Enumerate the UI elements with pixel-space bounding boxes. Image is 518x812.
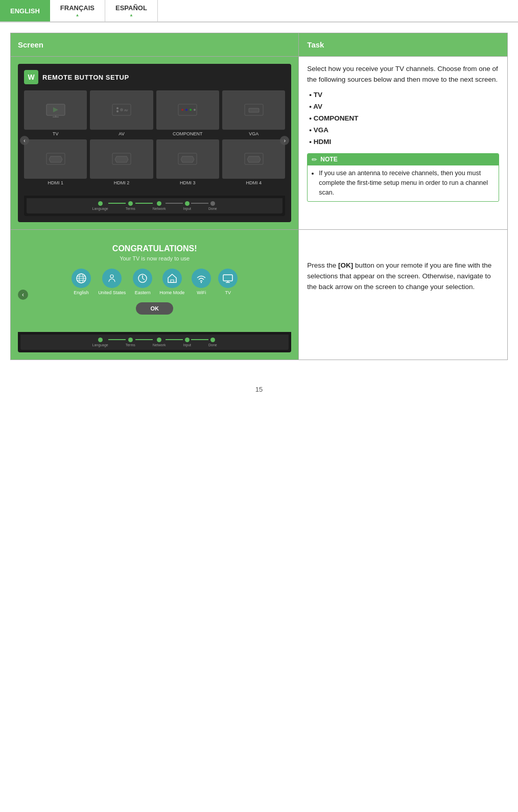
channel-hdmi1-label: HDMI 1 xyxy=(48,180,63,185)
united-states-icon xyxy=(102,269,122,288)
svg-marker-23 xyxy=(247,156,261,162)
congrats-eastern: Eastern xyxy=(133,269,152,295)
channel-hdmi4-label: HDMI 4 xyxy=(246,180,262,185)
channel-hdmi1-thumb xyxy=(24,139,87,179)
step-input-1: Input xyxy=(183,201,191,210)
congrats-home: Home Mode xyxy=(159,269,184,295)
channel-hdmi1: HDMI 1 xyxy=(24,139,87,185)
task-item-tv: TV xyxy=(309,89,499,101)
home-label: Home Mode xyxy=(159,290,184,295)
task-text-2: Press the [OK] button on your remote if … xyxy=(307,260,499,293)
task-intro-1: Select how you receive your TV channels.… xyxy=(307,64,499,85)
ok-button-container: OK xyxy=(25,302,284,320)
channel-av-thumb: AV xyxy=(90,90,153,130)
tv-screen-1: W REMOTE BUTTON SETUP ‹ xyxy=(18,64,291,222)
step-language-2: Language xyxy=(92,338,108,347)
congrats-screen: CONGRATULATIONS! Your TV is now ready to… xyxy=(18,237,291,332)
channel-component-thumb xyxy=(156,90,219,130)
step-dot-input xyxy=(185,201,190,206)
step2-connector-3 xyxy=(166,339,183,340)
channel-hdmi2-label: HDMI 2 xyxy=(114,180,130,185)
congrats-english: English xyxy=(72,269,91,295)
svg-point-12 xyxy=(194,109,196,111)
step2-dot-input xyxy=(185,338,190,342)
home-icon xyxy=(162,269,182,288)
tv-logo-icon: W xyxy=(24,70,38,84)
task-cell-1: Select how you receive your TV channels.… xyxy=(299,57,508,230)
svg-point-9 xyxy=(181,109,183,111)
note-text: If you use an antenna to receive channel… xyxy=(319,169,493,198)
congrats-subtitle: Your TV is now ready to use xyxy=(25,255,284,261)
congrats-screen-container: ‹ CONGRATULATIONS! Your TV is now ready … xyxy=(18,237,291,352)
left-arrow-icon[interactable]: ‹ xyxy=(20,136,29,145)
step2-label-terms: Terms xyxy=(126,343,135,347)
task-item-av: AV xyxy=(309,101,499,113)
channel-vga-label: VGA xyxy=(249,131,258,136)
tab-english-label: ENGLISH xyxy=(10,7,40,15)
english-label: English xyxy=(74,290,89,295)
tab-francais[interactable]: FRANÇAIS ▲ xyxy=(50,0,105,21)
task-item-component: COMPONENT xyxy=(309,113,499,125)
step-label-input: Input xyxy=(183,207,191,210)
step2-label-language: Language xyxy=(92,343,108,347)
step2-dot-terms xyxy=(128,338,133,342)
tab-espanol[interactable]: ESPAÑOL ▲ xyxy=(105,0,158,21)
table-row-1: W REMOTE BUTTON SETUP ‹ xyxy=(11,57,508,230)
eastern-label: Eastern xyxy=(135,290,151,295)
step-dot-language xyxy=(98,201,103,206)
channel-hdmi2: HDMI 2 xyxy=(90,139,153,185)
channel-hdmi4: HDMI 4 xyxy=(222,139,285,185)
step-label-done: Done xyxy=(208,207,217,210)
channel-hdmi3: HDMI 3 xyxy=(156,139,219,185)
svg-marker-21 xyxy=(181,156,194,162)
channel-tv: TV xyxy=(24,90,87,136)
tv-icon xyxy=(218,269,238,288)
congrats-wrapper: ‹ CONGRATULATIONS! Your TV is now ready … xyxy=(11,230,298,360)
steps-container-1: Language Terms xyxy=(27,198,282,213)
step-dot-terms xyxy=(128,201,133,206)
step-label-terms: Terms xyxy=(126,207,135,210)
note-label: NOTE xyxy=(320,156,337,163)
ok-bold-text: [OK] xyxy=(338,261,353,269)
tab-english[interactable]: ENGLISH xyxy=(0,0,50,21)
channel-component: COMPONENT xyxy=(156,90,219,136)
channel-hdmi2-thumb xyxy=(90,139,153,179)
svg-point-6 xyxy=(120,108,123,111)
congrats-left-arrow-icon[interactable]: ‹ xyxy=(18,290,28,300)
channel-component-label: COMPONENT xyxy=(173,131,203,136)
step-dot-done xyxy=(210,201,215,206)
step2-label-network: Network xyxy=(153,343,166,347)
screen-cell-1: W REMOTE BUTTON SETUP ‹ xyxy=(11,57,299,230)
svg-point-11 xyxy=(190,109,192,111)
channel-hdmi4-thumb xyxy=(222,139,285,179)
connector-2 xyxy=(135,203,153,204)
channel-grid: TV AV AV xyxy=(24,90,285,185)
tv-label: TV xyxy=(225,290,231,295)
congrats-us: United States xyxy=(98,269,126,295)
channel-vga-thumb xyxy=(222,90,285,130)
language-tabs: ENGLISH FRANÇAIS ▲ ESPAÑOL ▲ xyxy=(0,0,518,22)
note-box: ✏ NOTE If you use an antenna to receive … xyxy=(307,153,499,202)
col-screen-header: Screen xyxy=(11,33,299,57)
connector-3 xyxy=(166,203,183,204)
steps-bar-2: Language Terms xyxy=(18,332,291,352)
english-icon xyxy=(72,269,91,288)
main-content: Screen Task W REMOTE BUTTON SETUP xyxy=(0,22,518,419)
congrats-wifi: WiFi xyxy=(192,269,211,295)
right-arrow-icon[interactable]: › xyxy=(280,136,289,145)
svg-line-33 xyxy=(143,278,145,280)
task-item-hdmi: HDMI xyxy=(309,136,499,148)
ok-button[interactable]: OK xyxy=(136,302,173,315)
step-dot-network xyxy=(157,201,161,206)
svg-point-5 xyxy=(116,110,119,112)
channel-hdmi3-label: HDMI 3 xyxy=(180,180,196,185)
table-row-2: ‹ CONGRATULATIONS! Your TV is now ready … xyxy=(11,230,508,360)
note-body: If you use an antenna to receive channel… xyxy=(313,169,493,198)
connector-1 xyxy=(108,203,126,204)
step-network-1: Network xyxy=(153,201,166,210)
step-label-network: Network xyxy=(153,207,166,210)
step2-label-done: Done xyxy=(208,343,217,347)
channel-tv-thumb xyxy=(24,90,87,130)
congrats-tv: TV xyxy=(218,269,238,295)
channel-hdmi3-thumb xyxy=(156,139,219,179)
